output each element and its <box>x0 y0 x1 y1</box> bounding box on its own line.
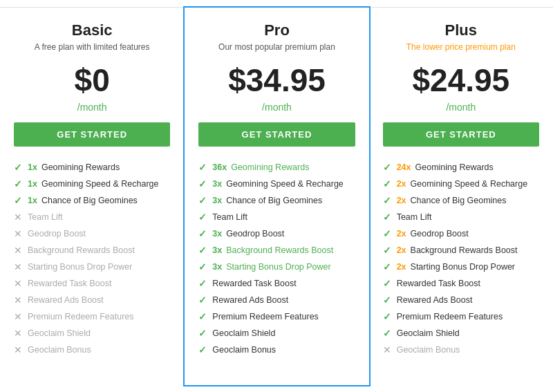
feature-item: ✓ 3x Geodrop Boost <box>198 225 355 242</box>
plan-tagline: Our most popular premium plan <box>198 42 355 52</box>
feature-label: Background Rewards Boost <box>226 245 333 255</box>
feature-item: ✓ 2x Geomining Speed & Recharge <box>383 176 539 192</box>
feature-label: Geoclaim Shield <box>28 328 91 338</box>
check-icon: ✓ <box>198 344 208 355</box>
get-started-button[interactable]: GET STARTED <box>14 122 170 147</box>
feature-multiplier: 2x <box>397 196 406 205</box>
feature-label: Geomining Rewards <box>415 162 494 172</box>
check-icon: ✓ <box>198 311 208 322</box>
plan-plus: Plus The lower price premium plan $24.95… <box>369 8 553 385</box>
plan-name: Plus <box>383 21 539 39</box>
check-icon: ✓ <box>198 261 208 272</box>
check-icon: ✓ <box>198 245 208 256</box>
feature-label: Starting Bonus Drop Power <box>226 262 330 272</box>
feature-item: ✕ Background Rewards Boost <box>14 242 170 259</box>
feature-label: Premium Redeem Features <box>212 312 319 321</box>
plan-price: $34.95 <box>228 62 326 99</box>
check-icon: ✓ <box>198 195 208 206</box>
feature-item: ✓ 3x Starting Bonus Drop Power <box>198 259 355 275</box>
feature-list: ✓ 36x Geomining Rewards ✓ 3x Geomining S… <box>198 159 355 358</box>
feature-item: ✓ Premium Redeem Features <box>383 308 539 325</box>
check-icon: ✓ <box>383 261 393 272</box>
plan-tagline: The lower price premium plan <box>383 42 539 52</box>
cross-icon: ✕ <box>14 261 24 272</box>
feature-item: ✓ 1x Geomining Rewards <box>14 159 170 176</box>
cross-icon: ✕ <box>14 212 24 223</box>
feature-item: ✓ Rewarded Task Boost <box>383 275 539 292</box>
feature-item: ✓ 2x Starting Bonus Drop Power <box>383 259 539 275</box>
plan-basic: Basic A free plan with limited features … <box>0 8 185 385</box>
get-started-button[interactable]: GET STARTED <box>198 122 355 147</box>
feature-item: ✓ 3x Background Rewards Boost <box>198 242 355 259</box>
feature-item: ✓ Rewarded Task Boost <box>198 275 355 292</box>
feature-multiplier: 24x <box>397 162 411 172</box>
feature-label: Team Lift <box>397 212 432 222</box>
check-icon: ✓ <box>383 178 393 189</box>
feature-label: Chance of Big Geomines <box>41 196 138 205</box>
feature-label: Geomining Rewards <box>231 162 309 172</box>
feature-multiplier: 2x <box>397 245 406 255</box>
check-icon: ✓ <box>383 295 393 306</box>
pricing-table: Basic A free plan with limited features … <box>0 7 553 385</box>
plan-period: /month <box>383 102 539 113</box>
feature-item: ✓ Team Lift <box>198 209 355 225</box>
feature-item: ✓ Geoclaim Bonus <box>198 342 355 358</box>
check-icon: ✓ <box>198 278 208 289</box>
check-icon: ✓ <box>14 162 24 173</box>
feature-item: ✕ Team Lift <box>14 209 170 225</box>
check-icon: ✓ <box>383 228 393 239</box>
feature-item: ✓ Geoclaim Shield <box>198 325 355 342</box>
plan-name: Basic <box>14 21 170 39</box>
feature-label: Geoclaim Bonus <box>397 345 460 355</box>
get-started-button[interactable]: GET STARTED <box>383 122 539 147</box>
cross-icon: ✕ <box>14 311 24 322</box>
check-icon: ✓ <box>383 311 393 322</box>
feature-item: ✓ 2x Chance of Big Geomines <box>383 192 539 209</box>
feature-label: Rewared Ads Boost <box>397 295 473 305</box>
feature-label: Premium Redeem Features <box>28 312 134 321</box>
check-icon: ✓ <box>14 195 24 206</box>
feature-item: ✓ Premium Redeem Features <box>198 308 355 325</box>
feature-label: Rewarded Task Boost <box>212 279 296 288</box>
feature-label: Rewarded Task Boost <box>397 279 480 288</box>
feature-multiplier: 1x <box>28 162 37 172</box>
cross-icon: ✕ <box>383 344 393 355</box>
feature-label: Geodrop Boost <box>411 229 469 239</box>
feature-label: Geoclaim Shield <box>397 328 460 338</box>
feature-label: Chance of Big Geomines <box>411 196 507 205</box>
check-icon: ✓ <box>198 178 208 189</box>
feature-item: ✓ 2x Geodrop Boost <box>383 225 539 242</box>
feature-list: ✓ 24x Geomining Rewards ✓ 2x Geomining S… <box>383 159 539 358</box>
check-icon: ✓ <box>198 162 208 173</box>
feature-list: ✓ 1x Geomining Rewards ✓ 1x Geomining Sp… <box>14 159 170 358</box>
feature-label: Starting Bonus Drop Power <box>28 262 132 272</box>
plan-period: /month <box>14 102 170 113</box>
feature-label: Geodrop Boost <box>28 229 86 239</box>
feature-item: ✕ Rewared Ads Boost <box>14 292 170 308</box>
cross-icon: ✕ <box>14 228 24 239</box>
feature-item: ✕ Geodrop Boost <box>14 225 170 242</box>
feature-label: Starting Bonus Drop Power <box>411 262 515 272</box>
check-icon: ✓ <box>383 245 393 256</box>
feature-item: ✓ Rewared Ads Boost <box>198 292 355 308</box>
plan-tagline: A free plan with limited features <box>14 42 170 52</box>
feature-multiplier: 3x <box>212 179 222 189</box>
feature-label: Rewared Ads Boost <box>212 295 288 305</box>
feature-item: ✓ 2x Background Rewards Boost <box>383 242 539 259</box>
price-row: $24.95 <box>383 62 539 99</box>
feature-item: ✓ 24x Geomining Rewards <box>383 159 539 176</box>
feature-label: Geomining Speed & Recharge <box>411 179 528 189</box>
price-row: $34.95 <box>198 62 355 99</box>
feature-item: ✓ Rewared Ads Boost <box>383 292 539 308</box>
feature-item: ✕ Rewarded Task Boost <box>14 275 170 292</box>
cross-icon: ✕ <box>14 245 24 256</box>
feature-item: ✕ Geoclaim Bonus <box>14 342 170 358</box>
feature-item: ✓ 3x Chance of Big Geomines <box>198 192 355 209</box>
cross-icon: ✕ <box>14 344 24 355</box>
cross-icon: ✕ <box>14 295 24 306</box>
price-row: $0 <box>14 62 170 99</box>
feature-label: Geoclaim Bonus <box>212 345 276 355</box>
check-icon: ✓ <box>198 228 208 239</box>
feature-label: Chance of Big Geomines <box>226 196 322 205</box>
feature-item: ✕ Starting Bonus Drop Power <box>14 259 170 275</box>
